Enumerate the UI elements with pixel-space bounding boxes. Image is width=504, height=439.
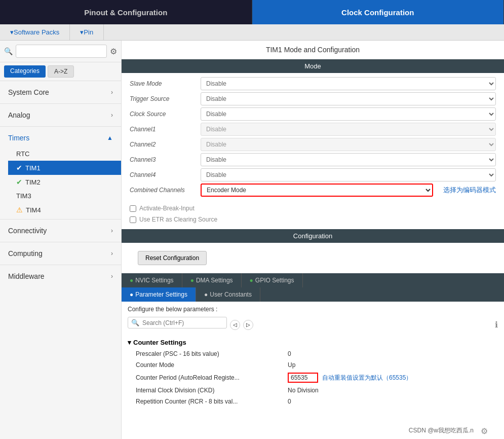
dma-tab-label: DMA Settings	[196, 277, 233, 284]
combined-channels-select[interactable]: Encoder Mode	[201, 184, 433, 197]
chevron-right-icon-comp: ›	[111, 250, 113, 257]
parameter-settings-tab[interactable]: ● Parameter Settings	[122, 287, 196, 302]
counter-period-annotation: 自动重装值设置为默认（65535）	[322, 374, 412, 382]
sidebar-subitem-tim3[interactable]: TIM3	[8, 189, 121, 203]
chevron-up-icon: ▲	[107, 134, 113, 141]
pin-label: Pin	[84, 28, 93, 36]
pin-btn[interactable]: ▾ Pin	[70, 24, 104, 40]
az-tab[interactable]: A->Z	[48, 65, 74, 78]
combined-channels-label: Combined Channels	[130, 187, 201, 194]
channel1-select[interactable]: Disable	[201, 123, 496, 136]
sidebar-subitem-tim2[interactable]: ✔ TIM2	[8, 175, 121, 189]
mode-row-trigger: Trigger Source Disable	[130, 92, 496, 105]
channel4-label: Channel4	[130, 171, 201, 178]
tim2-label: TIM2	[25, 178, 41, 186]
channel4-select[interactable]: Disable	[201, 168, 496, 181]
tim1-label: TIM1	[25, 164, 41, 172]
counter-period-label: Counter Period (AutoReload Registe...	[136, 374, 288, 381]
chevron-right-icon: ›	[111, 89, 113, 96]
dma-check-icon: ●	[190, 277, 194, 284]
sidebar-item-timers[interactable]: Timers ▲	[0, 129, 121, 147]
mode-row-ch4: Channel4 Disable	[130, 168, 496, 181]
clock-source-label: Clock Source	[130, 111, 201, 118]
clock-source-select[interactable]: Disable	[201, 107, 496, 121]
computing-label: Computing	[8, 249, 43, 258]
sidebar-item-computing[interactable]: Computing ›	[0, 244, 121, 263]
user-check-icon: ●	[204, 291, 208, 298]
software-packs-arrow: ▾	[10, 28, 14, 36]
watermark-text: CSDN @w我想吃西瓜.n	[409, 427, 474, 434]
software-packs-btn[interactable]: ▾ Software Packs	[0, 24, 70, 40]
warn-icon-tim4: ⚠	[16, 206, 23, 214]
sub-header: ▾ Software Packs ▾ Pin	[0, 24, 504, 41]
settings-icon[interactable]: ⚙	[110, 47, 117, 56]
chevron-right-icon-conn: ›	[111, 227, 113, 234]
sidebar: 🔍 ⚙ Categories A->Z System Core › Analog	[0, 41, 122, 439]
sidebar-subitem-tim4[interactable]: ⚠ TIM4	[8, 203, 121, 217]
etr-checkbox[interactable]	[130, 216, 136, 223]
dma-settings-tab[interactable]: ● DMA Settings	[182, 273, 242, 287]
sidebar-item-connectivity[interactable]: Connectivity ›	[0, 222, 121, 240]
prescaler-value: 0	[288, 350, 318, 357]
tab-bar-row2: ● Parameter Settings ● User Constants	[122, 287, 504, 302]
counter-settings: ▾ Counter Settings Prescaler (PSC - 16 b…	[128, 337, 498, 407]
sidebar-subitem-rtc[interactable]: RTC	[8, 147, 121, 161]
category-tabs: Categories A->Z	[0, 62, 121, 81]
content-title: TIM1 Mode and Configuration	[122, 41, 504, 59]
system-core-label: System Core	[8, 88, 49, 96]
search-icon-param: 🔍	[131, 319, 139, 326]
connectivity-label: Connectivity	[8, 227, 47, 235]
clock-tab[interactable]: Clock Configuration	[252, 0, 505, 24]
slave-mode-label: Slave Mode	[130, 80, 201, 87]
search-input[interactable]	[16, 45, 107, 58]
nvic-tab-label: NVIC Settings	[135, 277, 173, 284]
nvic-check-icon: ●	[130, 277, 133, 284]
mode-row-slave: Slave Mode Disable	[130, 77, 496, 90]
sidebar-item-analog[interactable]: Analog ›	[0, 106, 121, 124]
config-section: Configuration Reset Configuration ● NVIC…	[122, 229, 504, 411]
config-section-header: Configuration	[122, 229, 504, 243]
param-search-row: 🔍 ◁ ▷ ℹ	[128, 317, 498, 333]
mode-row-ch3: Channel3 Disable	[130, 153, 496, 166]
user-tab-label: User Constants	[210, 291, 252, 298]
check-icon-tim1: ✔	[16, 164, 22, 172]
param-area: Configure the below parameters : 🔍 ◁ ▷ ℹ	[122, 302, 504, 411]
tim4-label: TIM4	[26, 206, 41, 214]
info-icon[interactable]: ℹ	[495, 320, 498, 330]
check-icon-tim2: ✔	[16, 178, 22, 186]
checkbox-break-input: Activate-Break-Input	[122, 203, 504, 214]
channel2-select[interactable]: Disable	[201, 138, 496, 151]
counter-row-mode: Counter Mode Up	[128, 359, 498, 371]
sidebar-subitem-tim1[interactable]: ✔ TIM1	[8, 161, 121, 175]
trigger-source-select[interactable]: Disable	[201, 92, 496, 105]
user-constants-tab[interactable]: ● User Constants	[196, 287, 260, 302]
channel3-label: Channel3	[130, 156, 201, 163]
rcr-label: Repetition Counter (RCR - 8 bits val...	[136, 398, 288, 405]
sidebar-item-system-core[interactable]: System Core ›	[0, 83, 121, 101]
content-title-text: TIM1 Mode and Configuration	[266, 46, 360, 54]
break-input-label: Activate-Break-Input	[139, 205, 195, 212]
categories-tab[interactable]: Categories	[4, 65, 46, 78]
counter-settings-label: Counter Settings	[133, 339, 186, 346]
break-input-checkbox[interactable]	[130, 205, 136, 212]
sidebar-section: System Core › Analog › Timers ▲ RTC	[0, 81, 121, 287]
footer-gear-icon: ⚙	[481, 426, 488, 436]
trigger-source-label: Trigger Source	[130, 95, 201, 102]
slave-mode-select[interactable]: Disable	[201, 77, 496, 90]
channel3-select[interactable]: Disable	[201, 153, 496, 166]
encoder-annotation: 选择为编码器模式	[443, 186, 496, 195]
param-prev-btn[interactable]: ◁	[230, 320, 240, 330]
config-section-label: Configuration	[293, 232, 332, 240]
sidebar-item-middleware[interactable]: Middleware ›	[0, 267, 121, 285]
counter-row-period: Counter Period (AutoReload Registe... 65…	[128, 371, 498, 385]
nvic-settings-tab[interactable]: ● NVIC Settings	[122, 273, 182, 287]
param-next-btn[interactable]: ▷	[243, 320, 253, 330]
reset-configuration-button[interactable]: Reset Configuration	[138, 251, 207, 265]
param-search-input[interactable]	[142, 319, 223, 326]
timer-subitems: RTC ✔ TIM1 ✔ TIM2 TIM3 ⚠ TIM4	[0, 147, 121, 217]
mode-section-label: Mode	[304, 62, 321, 70]
pinout-tab[interactable]: Pinout & Configuration	[0, 0, 252, 24]
gpio-settings-tab[interactable]: ● GPIO Settings	[242, 273, 303, 287]
checkbox-etr: Use ETR as Clearing Source	[122, 214, 504, 225]
pinout-tab-label: Pinout & Configuration	[84, 8, 167, 17]
